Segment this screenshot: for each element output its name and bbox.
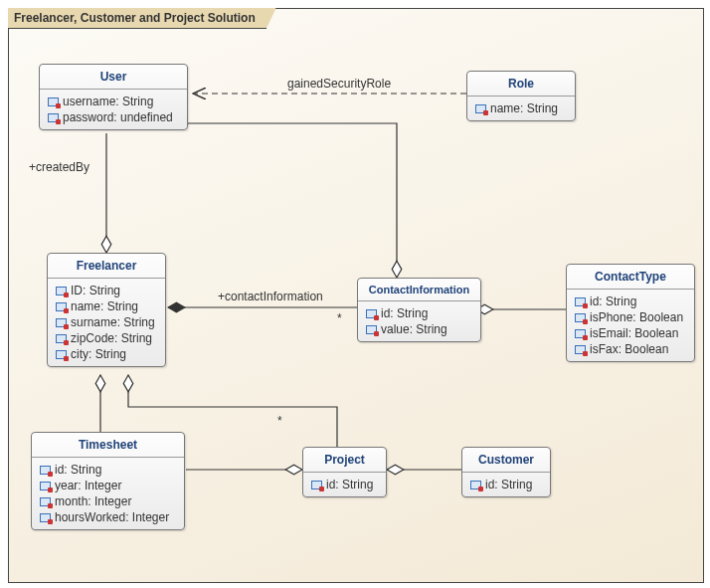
class-attrs: id: String year: Integer month: Integer … <box>32 458 184 529</box>
class-project[interactable]: Project id: String <box>302 447 387 497</box>
class-name: Customer <box>462 448 550 473</box>
attribute-icon <box>40 513 51 522</box>
class-attrs: id: String value: String <box>358 301 480 341</box>
class-attrs: name: String <box>467 97 575 120</box>
attribute-icon <box>475 104 486 113</box>
attr-row: month: Integer <box>38 493 178 509</box>
attr-row: id: String <box>468 477 544 492</box>
attribute-icon <box>575 345 586 354</box>
label-star2: * <box>277 414 282 428</box>
attr-row: id: String <box>309 477 380 492</box>
attribute-icon <box>56 350 67 359</box>
label-contactInformation: +contactInformation <box>218 290 323 303</box>
attribute-icon <box>40 497 51 506</box>
class-name: Timesheet <box>32 433 184 458</box>
attribute-icon <box>56 318 67 327</box>
attr-row: year: Integer <box>38 478 178 493</box>
label-gainedSecurityRole: gainedSecurityRole <box>287 77 391 91</box>
attribute-icon <box>575 297 586 306</box>
attr-row: ID: String <box>54 283 159 298</box>
attr-row: city: String <box>54 346 159 362</box>
label-star1: * <box>337 311 342 325</box>
attr-label: year: Integer <box>55 479 121 492</box>
attr-row: password: undefined <box>46 109 181 125</box>
attribute-icon <box>56 302 67 311</box>
class-attrs: id: String <box>303 473 386 496</box>
attr-row: surname: String <box>54 314 159 330</box>
attr-label: month: Integer <box>55 494 131 508</box>
attribute-icon <box>48 113 59 122</box>
attr-row: zipCode: String <box>54 330 159 346</box>
class-attrs: id: String <box>462 473 550 496</box>
attr-label: isPhone: Boolean <box>590 310 683 324</box>
class-name: ContactType <box>567 265 694 290</box>
class-name: ContactInformation <box>358 279 480 301</box>
attribute-icon <box>366 309 377 318</box>
diagram-frame: Freelancer, Customer and Project Solutio… <box>8 8 704 583</box>
attr-label: hoursWorked: Integer <box>55 510 169 524</box>
attr-label: zipCode: String <box>71 331 152 345</box>
attr-row: username: String <box>46 94 181 109</box>
attribute-icon <box>48 98 59 106</box>
class-contactinformation[interactable]: ContactInformation id: String value: Str… <box>357 278 481 342</box>
attr-label: surname: String <box>71 315 155 329</box>
class-name: Freelancer <box>48 254 165 279</box>
attr-label: city: String <box>71 347 126 361</box>
attr-label: value: String <box>381 322 447 336</box>
class-attrs: ID: String name: String surname: String … <box>48 279 165 366</box>
class-customer[interactable]: Customer id: String <box>461 447 551 497</box>
attr-row: id: String <box>364 305 474 321</box>
class-timesheet[interactable]: Timesheet id: String year: Integer month… <box>31 432 185 530</box>
attribute-icon <box>56 334 67 343</box>
attr-label: password: undefined <box>63 110 173 124</box>
class-freelancer[interactable]: Freelancer ID: String name: String surna… <box>47 253 166 367</box>
class-user[interactable]: User username: String password: undefine… <box>39 64 188 130</box>
attribute-icon <box>575 329 586 338</box>
class-name: Role <box>467 72 575 97</box>
class-attrs: username: String password: undefined <box>40 90 187 129</box>
attr-row: isEmail: Boolean <box>573 325 688 341</box>
frame-title: Freelancer, Customer and Project Solutio… <box>8 8 276 29</box>
label-createdBy: +createdBy <box>29 160 89 174</box>
attr-label: ID: String <box>71 284 120 297</box>
class-name: User <box>40 65 187 90</box>
attribute-icon <box>366 325 377 334</box>
attribute-icon <box>311 481 322 490</box>
attr-label: username: String <box>63 95 153 108</box>
attr-label: name: String <box>490 101 558 115</box>
attr-row: name: String <box>54 298 159 314</box>
attribute-icon <box>40 482 51 490</box>
class-attrs: id: String isPhone: Boolean isEmail: Boo… <box>567 290 694 361</box>
attr-label: name: String <box>71 299 138 313</box>
attr-row: id: String <box>573 294 688 309</box>
attr-label: isFax: Boolean <box>590 342 668 356</box>
attr-row: name: String <box>473 100 569 116</box>
attr-label: isEmail: Boolean <box>590 326 678 340</box>
attr-row: isFax: Boolean <box>573 341 688 357</box>
attr-label: id: String <box>326 478 373 491</box>
attribute-icon <box>56 287 67 295</box>
edge-user-contactinfo <box>176 123 397 278</box>
class-role[interactable]: Role name: String <box>466 71 576 121</box>
class-name: Project <box>303 448 386 473</box>
attr-row: hoursWorked: Integer <box>38 509 178 525</box>
attr-row: isPhone: Boolean <box>573 309 688 325</box>
attr-label: id: String <box>485 478 532 491</box>
attr-label: id: String <box>590 294 636 308</box>
attr-row: value: String <box>364 321 474 337</box>
attribute-icon <box>575 313 586 322</box>
attr-row: id: String <box>38 462 178 478</box>
attribute-icon <box>40 466 51 475</box>
attribute-icon <box>470 481 481 490</box>
attr-label: id: String <box>381 306 428 320</box>
attr-label: id: String <box>55 463 101 477</box>
class-contacttype[interactable]: ContactType id: String isPhone: Boolean … <box>566 264 695 362</box>
